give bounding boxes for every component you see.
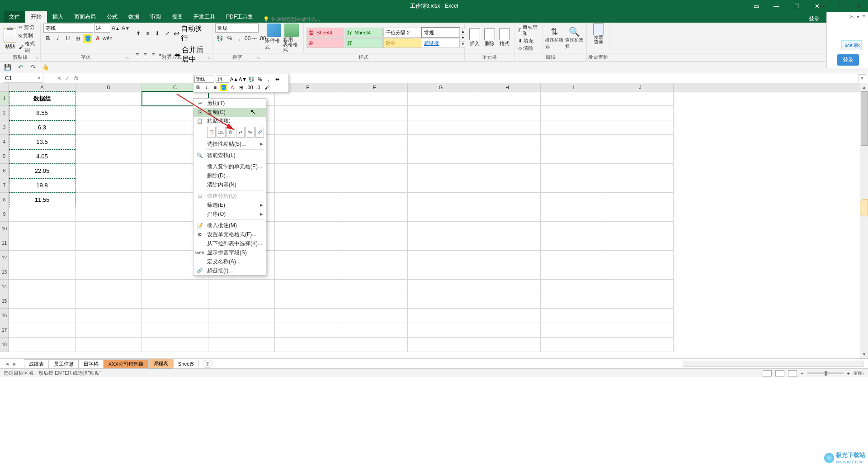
cell[interactable] bbox=[341, 280, 408, 294]
cell[interactable] bbox=[474, 338, 541, 352]
mini-size-select[interactable] bbox=[216, 76, 229, 83]
cell[interactable] bbox=[541, 106, 607, 120]
sidebar-handle[interactable] bbox=[860, 199, 868, 216]
cell[interactable] bbox=[541, 294, 607, 309]
cell[interactable] bbox=[541, 309, 607, 323]
mini-border-icon[interactable]: ⊞ bbox=[237, 84, 245, 91]
cell[interactable] bbox=[9, 323, 75, 338]
col-header[interactable]: J bbox=[607, 83, 674, 91]
cell[interactable] bbox=[341, 207, 408, 222]
cell[interactable]: 6.3 bbox=[9, 120, 75, 135]
copy-button[interactable]: ⎘复制 bbox=[18, 32, 38, 39]
cell[interactable] bbox=[541, 338, 607, 352]
cancel-formula-icon[interactable]: ✕ bbox=[57, 75, 61, 81]
cm-insert-comment[interactable]: 📝插入批注(M) bbox=[193, 221, 266, 230]
zoom-thumb[interactable] bbox=[825, 371, 827, 376]
cell[interactable] bbox=[208, 309, 275, 323]
row-header[interactable]: 16 bbox=[0, 309, 9, 323]
mini-decimal-icon[interactable]: .00 bbox=[246, 84, 253, 91]
cell[interactable] bbox=[607, 309, 674, 323]
conditional-format-button[interactable]: 条件格式 bbox=[265, 24, 283, 52]
style-neutral[interactable]: 适中 bbox=[383, 38, 421, 48]
cell[interactable] bbox=[474, 178, 541, 193]
sheet-tab[interactable]: 成绩表 bbox=[24, 359, 49, 368]
cell[interactable] bbox=[341, 106, 408, 120]
mini-currency-icon[interactable]: 💱 bbox=[248, 76, 255, 83]
cell[interactable] bbox=[408, 193, 474, 207]
cell[interactable] bbox=[341, 323, 408, 338]
touch-mode-icon[interactable]: 👆 bbox=[42, 63, 50, 71]
row-header[interactable]: 5 bbox=[0, 149, 9, 164]
cell[interactable] bbox=[408, 178, 474, 193]
scroll-down-icon[interactable]: ▼ bbox=[860, 350, 868, 358]
cell[interactable] bbox=[607, 280, 674, 294]
cell[interactable] bbox=[541, 222, 607, 236]
cell[interactable] bbox=[341, 294, 408, 309]
delete-cells-button[interactable]: 删除 bbox=[482, 29, 496, 47]
col-header[interactable]: A bbox=[9, 83, 75, 91]
paste-normal-icon[interactable]: 📋 bbox=[207, 127, 216, 138]
tell-me-search[interactable]: 💡告诉我您想要做什么... bbox=[263, 16, 320, 23]
fill-color-button[interactable]: 🪣 bbox=[83, 34, 92, 43]
cell[interactable] bbox=[474, 251, 541, 265]
cell[interactable] bbox=[208, 338, 275, 352]
cell[interactable] bbox=[75, 120, 142, 135]
sheet-tab[interactable]: XXX公司销售额 bbox=[104, 359, 148, 368]
cell[interactable] bbox=[408, 323, 474, 338]
cell[interactable] bbox=[9, 265, 75, 280]
cell[interactable] bbox=[541, 91, 607, 106]
zoom-in-icon[interactable]: + bbox=[847, 371, 850, 376]
tab-dev[interactable]: 开发工具 bbox=[188, 11, 221, 23]
decrease-font-icon[interactable]: A▼ bbox=[121, 24, 130, 33]
table-format-button[interactable]: 套用 表格格式 bbox=[283, 24, 301, 52]
minimize-icon[interactable]: — bbox=[766, 0, 787, 12]
cell[interactable] bbox=[341, 265, 408, 280]
cell[interactable] bbox=[275, 91, 341, 106]
formula-expand-icon[interactable]: ▼ bbox=[858, 74, 866, 82]
mini-inc-font-icon[interactable]: A▲ bbox=[231, 76, 238, 83]
mini-fill-icon[interactable]: 🪣 bbox=[220, 84, 227, 91]
cell[interactable] bbox=[75, 294, 142, 309]
cell[interactable] bbox=[408, 222, 474, 236]
cell[interactable] bbox=[275, 323, 341, 338]
redo-icon[interactable]: ↷ bbox=[29, 63, 37, 71]
cell[interactable]: 19.8 bbox=[9, 178, 75, 193]
font-color-button[interactable]: A bbox=[93, 34, 102, 43]
tab-formula[interactable]: 公式 bbox=[101, 11, 123, 23]
cell[interactable] bbox=[275, 222, 341, 236]
cell[interactable] bbox=[9, 222, 75, 236]
row-header[interactable]: 11 bbox=[0, 236, 9, 251]
cell[interactable] bbox=[474, 149, 541, 164]
row-header[interactable]: 10 bbox=[0, 222, 9, 236]
paste-values-icon[interactable]: 123 bbox=[217, 127, 225, 138]
cell[interactable] bbox=[341, 135, 408, 149]
font-size-select[interactable] bbox=[94, 24, 110, 33]
invoice-check-button[interactable]: 发票 查验 bbox=[590, 24, 608, 44]
horizontal-scrollbar[interactable] bbox=[683, 361, 863, 367]
cell[interactable] bbox=[75, 106, 142, 120]
tab-insert[interactable]: 插入 bbox=[47, 11, 69, 23]
cell[interactable] bbox=[541, 265, 607, 280]
clear-button[interactable]: ◇清除 bbox=[517, 45, 539, 52]
paste-formatting-icon[interactable]: % bbox=[245, 127, 254, 138]
style-normal[interactable]: 常规 bbox=[422, 28, 460, 38]
cell[interactable] bbox=[474, 106, 541, 120]
normal-view-icon[interactable] bbox=[763, 370, 772, 376]
italic-button[interactable]: I bbox=[53, 34, 62, 43]
row-header[interactable]: 17 bbox=[0, 323, 9, 338]
cm-dropdown-pick[interactable]: 从下拉列表中选择(K)... bbox=[193, 239, 266, 248]
cell[interactable] bbox=[474, 193, 541, 207]
side-tab[interactable]: xcel表✕ bbox=[841, 40, 862, 50]
mini-italic-icon[interactable]: I bbox=[203, 84, 210, 91]
fx-icon[interactable]: fx bbox=[74, 75, 78, 81]
style-bad-sheet4[interactable]: 差_Sheet4 bbox=[307, 28, 344, 38]
cell[interactable] bbox=[142, 294, 208, 309]
cell[interactable] bbox=[275, 193, 341, 207]
cell[interactable]: 22.05 bbox=[9, 164, 75, 178]
wrap-text-button[interactable]: ↩自动换行 bbox=[173, 24, 210, 43]
mini-bold-icon[interactable]: B bbox=[194, 84, 202, 91]
cell[interactable] bbox=[75, 222, 142, 236]
find-select-button[interactable]: 🔍查找和选择 bbox=[565, 26, 584, 50]
enter-formula-icon[interactable]: ✓ bbox=[65, 75, 70, 81]
mini-percent-icon[interactable]: % bbox=[256, 76, 264, 83]
